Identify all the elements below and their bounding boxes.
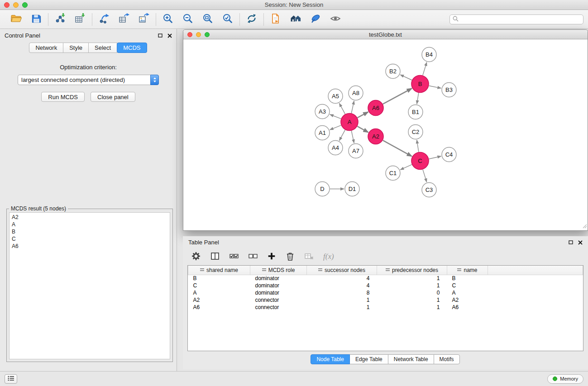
tab-motifs[interactable]: Motifs bbox=[434, 354, 460, 364]
apply-layout-button[interactable] bbox=[244, 12, 259, 27]
tab-select[interactable]: Select bbox=[88, 43, 117, 53]
function-builder-button[interactable]: f(x) bbox=[323, 252, 334, 261]
zoom-fit-button[interactable] bbox=[201, 12, 215, 27]
graph-node-B1[interactable]: B1 bbox=[408, 105, 423, 119]
float-panel-icon[interactable] bbox=[158, 33, 163, 38]
run-mcds-button[interactable]: Run MCDS bbox=[41, 92, 85, 102]
close-window-icon[interactable] bbox=[4, 2, 10, 8]
zoom-out-button[interactable] bbox=[181, 12, 195, 27]
zoom-selected-button[interactable] bbox=[220, 12, 235, 27]
search-input[interactable] bbox=[461, 16, 580, 23]
graph-node-A3[interactable]: A3 bbox=[315, 105, 330, 119]
graph-node-A5[interactable]: A5 bbox=[328, 89, 343, 104]
graph-node-B2[interactable]: B2 bbox=[386, 64, 400, 79]
list-item[interactable]: A6 bbox=[10, 243, 170, 250]
column-header-successor-nodes[interactable]: successor nodes bbox=[307, 266, 377, 275]
graph-node-D1[interactable]: D1 bbox=[345, 182, 359, 196]
column-header-label: predecessor nodes bbox=[392, 267, 438, 273]
network-window-titlebar[interactable]: testGlobe.txt bbox=[183, 30, 588, 39]
graph-node-label: C bbox=[418, 157, 422, 164]
export-image-button[interactable] bbox=[137, 12, 151, 27]
graph-node-C3[interactable]: C3 bbox=[422, 183, 436, 197]
table-row[interactable]: Cdominator41C bbox=[188, 282, 583, 289]
table-row[interactable]: A6connector11A6 bbox=[188, 304, 583, 311]
export-table-button[interactable] bbox=[117, 12, 131, 27]
graph-node-B3[interactable]: B3 bbox=[442, 83, 456, 97]
zoom-window-icon[interactable] bbox=[22, 2, 28, 8]
list-item[interactable]: A2 bbox=[10, 214, 170, 221]
zoom-in-button[interactable] bbox=[161, 12, 175, 27]
graphics-details-button[interactable] bbox=[328, 12, 343, 27]
save-session-button[interactable] bbox=[29, 12, 43, 27]
network-canvas[interactable]: B4B2BB3A5A8A6B1A3AC2A1A2A4A7C4CC1C3DD1 bbox=[183, 39, 588, 230]
network-minimize-icon[interactable] bbox=[196, 32, 201, 37]
table-row[interactable]: A2connector11A2 bbox=[188, 296, 583, 304]
column-header-MCDS-role[interactable]: MCDS role bbox=[250, 266, 307, 275]
column-header-name[interactable]: name bbox=[447, 266, 488, 275]
tab-mcds[interactable]: MCDS bbox=[117, 43, 147, 53]
apply-style-button[interactable] bbox=[308, 12, 323, 27]
show-panels-button[interactable] bbox=[5, 374, 17, 384]
graph-node-D[interactable]: D bbox=[315, 182, 330, 196]
tab-network-table[interactable]: Network Table bbox=[388, 354, 434, 364]
graph-edge-A-A4 bbox=[339, 130, 345, 141]
graph-node-C2[interactable]: C2 bbox=[408, 125, 423, 139]
list-item[interactable]: A bbox=[10, 221, 170, 228]
table-row[interactable]: Adominator80A bbox=[188, 289, 583, 296]
graph-node-A6[interactable]: A6 bbox=[368, 100, 383, 116]
save-floppy-icon bbox=[31, 13, 42, 26]
graph-node-B4[interactable]: B4 bbox=[422, 48, 436, 62]
mcds-result-list[interactable]: A2ABCA6 bbox=[9, 212, 170, 359]
delete-columns-button[interactable] bbox=[285, 251, 295, 262]
table-cell-filler bbox=[488, 289, 583, 296]
graph-node-A2[interactable]: A2 bbox=[368, 129, 383, 144]
open-session-button[interactable] bbox=[9, 12, 24, 27]
graph-node-C[interactable]: C bbox=[411, 152, 429, 170]
graph-node-A1[interactable]: A1 bbox=[315, 126, 330, 140]
table-row[interactable]: Bdominator41B bbox=[188, 275, 583, 282]
delete-table-button[interactable] bbox=[304, 251, 314, 262]
tab-edge-table[interactable]: Edge Table bbox=[349, 354, 388, 364]
deselect-all-button[interactable] bbox=[248, 251, 258, 262]
graph-node-A8[interactable]: A8 bbox=[349, 86, 363, 100]
open-document-button[interactable] bbox=[268, 12, 283, 27]
node-table-wrapper[interactable]: shared nameMCDS rolesuccessor nodesprede… bbox=[187, 265, 583, 351]
tab-style[interactable]: Style bbox=[63, 43, 89, 53]
import-network-button[interactable] bbox=[53, 12, 67, 27]
tab-network[interactable]: Network bbox=[29, 43, 63, 53]
column-header-shared-name[interactable]: shared name bbox=[188, 266, 250, 275]
graph-node-A7[interactable]: A7 bbox=[349, 144, 363, 158]
column-header-predecessor-nodes[interactable]: predecessor nodes bbox=[377, 266, 447, 275]
float-table-panel-icon[interactable] bbox=[569, 240, 573, 245]
list-item[interactable]: B bbox=[10, 228, 170, 235]
import-table-button[interactable] bbox=[73, 12, 87, 27]
graph-node-label: A bbox=[348, 119, 352, 125]
close-table-panel-icon[interactable] bbox=[578, 240, 583, 245]
search-box[interactable] bbox=[449, 14, 583, 24]
ndex-home-button[interactable] bbox=[288, 12, 303, 27]
graph-node-B[interactable]: B bbox=[411, 76, 429, 93]
graph-node-A4[interactable]: A4 bbox=[328, 141, 343, 155]
list-item[interactable]: C bbox=[10, 235, 170, 243]
tab-node-table[interactable]: Node Table bbox=[311, 354, 350, 364]
minimize-window-icon[interactable] bbox=[13, 2, 19, 8]
graph-node-label: A4 bbox=[332, 144, 339, 151]
table-cell: 1 bbox=[377, 275, 447, 282]
graph-node-A[interactable]: A bbox=[341, 114, 358, 131]
optimization-dropdown[interactable]: largest connected component (directed) bbox=[18, 75, 159, 85]
network-zoom-icon[interactable] bbox=[205, 32, 210, 37]
close-panel-icon[interactable] bbox=[167, 33, 172, 38]
show-columns-button[interactable] bbox=[210, 251, 220, 262]
add-column-button[interactable] bbox=[267, 252, 276, 262]
table-mode-button[interactable] bbox=[191, 251, 201, 262]
column-header-icon bbox=[457, 268, 461, 272]
graph-node-C4[interactable]: C4 bbox=[442, 148, 456, 162]
memory-button[interactable]: Memory bbox=[547, 374, 583, 384]
graph-node-C1[interactable]: C1 bbox=[386, 166, 400, 181]
resize-grip-icon[interactable] bbox=[583, 223, 587, 230]
export-network-button[interactable] bbox=[97, 12, 111, 27]
close-panel-button[interactable]: Close panel bbox=[91, 92, 135, 102]
window-titlebar[interactable]: Session: New Session bbox=[0, 0, 588, 10]
network-close-icon[interactable] bbox=[187, 32, 192, 37]
select-all-button[interactable] bbox=[229, 251, 239, 262]
